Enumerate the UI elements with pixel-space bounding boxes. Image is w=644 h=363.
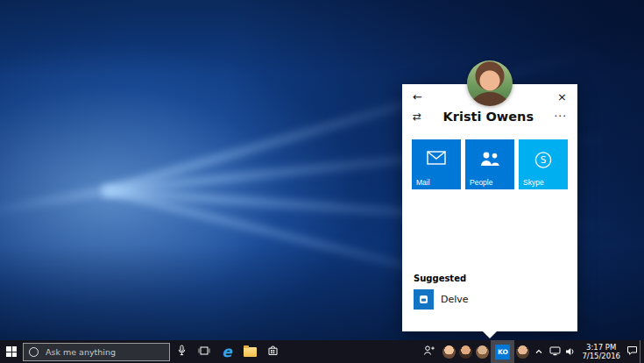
contact-avatar-icon [442,345,456,359]
svg-text:S: S [541,154,547,165]
flyout-pointer [483,331,497,338]
store-button[interactable] [261,340,284,363]
wallpaper-beam [0,187,103,229]
contact-avatar [467,60,513,106]
pinned-contact-ko[interactable]: KO [491,340,514,363]
cortana-mic-button[interactable] [170,340,193,363]
action-center-icon [626,345,638,359]
taskbar-contact-1[interactable] [441,340,457,363]
cortana-search-box[interactable] [23,343,170,361]
edge-button[interactable]: e [216,340,238,363]
people-hub-icon [423,345,435,359]
taskbar-contact-2[interactable] [457,340,474,363]
start-button[interactable] [0,340,23,363]
tile-mail-label: Mail [416,178,430,187]
suggested-heading: Suggested [402,274,577,283]
search-input[interactable] [44,346,164,358]
delve-icon [414,289,434,310]
cortana-icon [29,347,39,357]
tile-people-label: People [470,178,492,187]
more-options-button[interactable]: ··· [555,111,567,122]
contact-initials-tile: KO [495,345,510,359]
taskbar-contact-3[interactable] [474,340,491,363]
tile-skype[interactable]: S Skype [519,139,568,189]
windows-logo-icon [6,346,17,357]
tray-expand-button[interactable] [531,340,547,363]
tile-skype-label: Skype [523,178,544,187]
contact-flyout: ← × ⇄ Kristi Owens ··· Mail People [402,84,577,331]
screen: ← × ⇄ Kristi Owens ··· Mail People [0,0,644,363]
mic-icon [178,345,186,359]
network-button[interactable] [547,340,563,363]
file-explorer-button[interactable] [238,340,261,363]
tile-mail[interactable]: Mail [412,139,461,189]
task-view-button[interactable] [193,340,216,363]
skype-icon: S [534,151,553,172]
action-center-button[interactable] [624,340,640,363]
tile-people[interactable]: People [465,139,514,189]
taskbar-clock[interactable]: 3:17 PM 7/15/2016 [578,340,624,363]
folder-icon [244,347,257,357]
contact-name: Kristi Owens [443,110,534,124]
contact-avatar-icon [476,345,489,359]
edge-icon: e [222,345,232,359]
people-icon [479,151,500,168]
volume-icon [565,345,576,359]
store-bag-icon [267,345,279,359]
volume-button[interactable] [563,340,578,363]
contact-avatar-icon [459,345,472,359]
suggested-item-delve[interactable]: Delve [402,283,577,310]
people-hub-button[interactable] [418,340,441,363]
chevron-up-icon [534,345,543,359]
switch-contact-button[interactable]: ⇄ [413,111,422,122]
clock-date: 7/15/2016 [582,352,620,360]
mail-icon [427,151,446,167]
app-tiles: Mail People S Skype [402,124,577,189]
close-button[interactable]: × [557,91,567,103]
network-icon [549,345,561,359]
back-button[interactable]: ← [413,91,422,103]
suggested-item-label: Delve [441,294,469,305]
taskbar-right: KO 3:17 PM 7/ [418,340,644,363]
contact-avatar-icon [516,345,529,359]
clock-time: 3:17 PM [586,343,616,352]
taskbar-contact-4[interactable] [514,340,531,363]
task-view-icon [198,345,210,359]
taskbar: e KO [0,340,644,363]
show-desktop-button[interactable] [640,340,644,363]
